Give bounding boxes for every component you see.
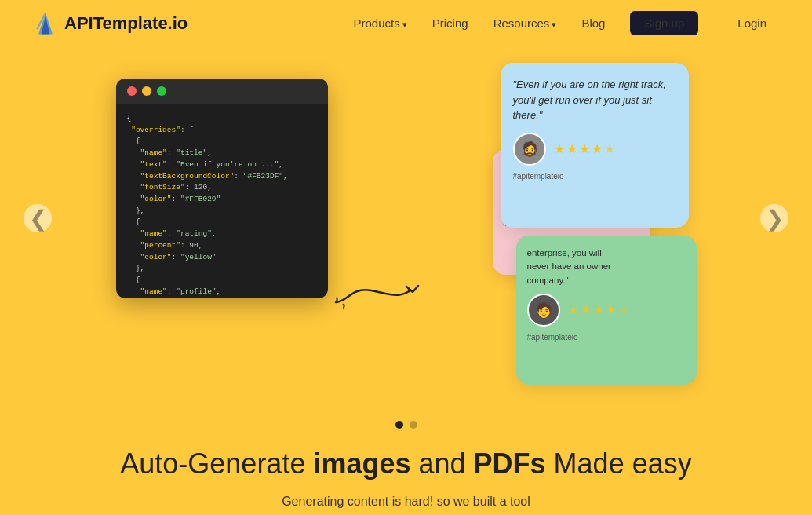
nav-item-products[interactable]: Products [354,16,407,31]
window-close-dot [127,86,137,96]
headline-word1: images [313,447,410,480]
card-green: enterprise, you willnever have an ownerc… [516,236,697,385]
code-body: { "overrides": [ { "name": "title", "tex… [116,104,328,298]
logo[interactable]: APITemplate.io [31,9,188,38]
hero-headline-area: Auto-Generate images and PDFs Made easy … [104,429,707,515]
headline: Auto-Generate images and PDFs Made easy [120,447,691,480]
card-green-footer: 🧑 ★ ★ ★ ★ ★ [527,294,686,327]
carousel-dot-2[interactable] [410,421,417,429]
logo-text: APITemplate.io [64,13,188,34]
nav-item-login[interactable]: Login [723,16,781,31]
headline-word2: PDFs [474,447,546,480]
window-maximize-dot [157,86,166,96]
nav-links: Products Pricing Resources Blog Sign up … [354,16,781,31]
code-editor-header [116,79,328,104]
nav-item-pricing[interactable]: Pricing [432,16,468,31]
headline-prefix: Auto-Generate [120,447,313,480]
avatar-1: 🧔 [513,133,546,166]
window-minimize-dot [142,86,151,96]
card-green-hashtag: #apitemplateio [527,333,686,342]
code-editor: { "overrides": [ { "name": "title", "tex… [116,79,328,298]
avatar-3: 🧑 [527,294,560,327]
nav-item-signup[interactable]: Sign up [630,16,698,31]
carousel-arrow-left[interactable]: ❮ [24,204,52,232]
carousel-dot-1[interactable] [395,421,403,429]
hero-visual: { "overrides": [ { "name": "title", "tex… [100,63,712,408]
logo-icon [31,9,60,38]
card-green-text: enterprise, you willnever have an ownerc… [527,247,686,287]
headline-middle: and [411,447,474,480]
card-blue: "Even if you are on the right track, you… [501,63,689,228]
card-blue-stars: ★ ★ ★ ★ ★ [554,141,615,156]
subtext-line1: Generating content is hard! so we built … [282,495,530,508]
nav-item-resources[interactable]: Resources [493,16,557,31]
carousel-dots [395,421,417,429]
carousel-arrow-right[interactable]: ❯ [760,204,788,232]
annotation-arrow [332,275,426,317]
card-green-stars: ★ ★ ★ ★ ★ [568,302,629,317]
nav-item-blog[interactable]: Blog [581,16,605,31]
card-blue-quote: "Even if you are on the right track, you… [513,77,676,123]
hero-section: ❮ { "overrides": [ { "name": "title", "t… [0,47,812,515]
navbar: APITemplate.io Products Pricing Resource… [0,0,812,47]
card-blue-footer: 🧔 ★ ★ ★ ★ ★ [513,133,676,166]
card-blue-hashtag: #apitemplateio [513,172,676,181]
headline-suffix: Made easy [546,447,692,480]
subtext: Generating content is hard! so we built … [120,491,691,515]
